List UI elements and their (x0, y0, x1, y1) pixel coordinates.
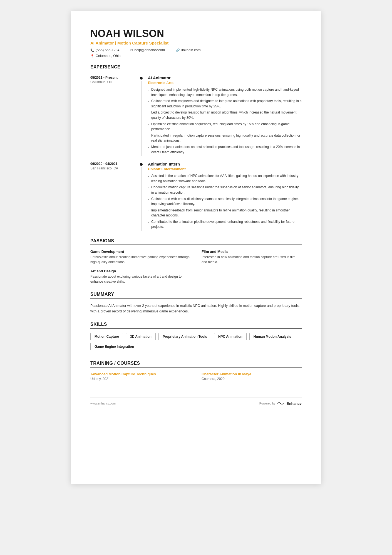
bullet-2-2: Conducted motion capture sessions under … (148, 185, 302, 195)
summary-text: Passionate AI Animator with over 2 years… (90, 303, 302, 314)
phone-icon: 📞 (90, 48, 94, 52)
bullet-2-1: Assisted in the creation of NPC animatio… (148, 173, 302, 184)
exp-date-col-1: 05/2021 - Present Columbus, OH (90, 76, 139, 156)
training-section-title: TRAINING / COURSES (90, 361, 302, 367)
passions-section-title: PASSIONS (90, 238, 302, 245)
skill-tag-4: NPC Animation (214, 333, 247, 340)
passion-title-3: Art and Design (90, 269, 190, 273)
bullet-1-5: Participated in regular motion capture s… (148, 133, 302, 143)
linkedin-contact[interactable]: 🔗 linkedin.com (176, 48, 200, 52)
skill-tag-2: 3D Animation (126, 333, 156, 340)
skill-tag-5: Human Motion Analysis (249, 333, 296, 340)
bullet-2-3: Collaborated with cross-disciplinary tea… (148, 196, 302, 207)
passion-desc-3: Passionate about exploring various facet… (90, 274, 190, 284)
skill-tag-6: Game Engine Integration (90, 343, 138, 350)
candidate-title: AI Animator | Motion Capture Specialist (90, 41, 302, 45)
bullet-2-5: Contributed to the animation pipeline de… (148, 219, 302, 230)
enhancv-logo-icon (277, 401, 285, 406)
exp-date-2: 06/2020 - 04/2021 (90, 162, 136, 166)
exp-dot-col-2 (139, 162, 143, 231)
exp-role-1: AI Animator (148, 76, 302, 80)
training-section: TRAINING / COURSES Advanced Motion Captu… (90, 361, 302, 381)
passions-grid: Game Development Enthusiastic about crea… (90, 250, 302, 284)
exp-company-2: Ubisoft Entertainment (148, 167, 302, 171)
location-text: Columbus, Ohio (96, 54, 121, 58)
passion-item-2: Film and Media Interested in how animati… (202, 250, 302, 265)
training-item-1: Advanced Motion Capture Techniques Udemy… (90, 372, 190, 381)
bullet-1-6: Mentored junior animators on best animat… (148, 144, 302, 155)
bullet-1-4: Optimized existing animation sequences, … (148, 122, 302, 132)
exp-role-2: Animation Intern (148, 162, 302, 166)
passion-title-1: Game Development (90, 250, 190, 254)
skills-grid: Motion Capture 3D Animation Proprietary … (90, 333, 302, 353)
location-icon: 📍 (90, 54, 94, 58)
header: NOAH WILSON AI Animator | Motion Capture… (90, 28, 302, 58)
experience-section-title: EXPERIENCE (90, 65, 302, 71)
exp-content-2: Animation Intern Ubisoft Entertainment A… (143, 162, 302, 231)
passion-title-2: Film and Media (202, 250, 302, 254)
exp-line-1 (141, 81, 142, 156)
location-row: 📍 Columbus, Ohio (90, 54, 302, 58)
passion-item-3: Art and Design Passionate about explorin… (90, 269, 190, 284)
candidate-name: NOAH WILSON (90, 28, 302, 40)
exp-location-2: San Francisco, CA (90, 166, 136, 170)
training-item-2: Character Animation in Maya Coursera, 20… (202, 372, 302, 381)
exp-dot-col-1 (139, 76, 143, 156)
exp-dot-2 (140, 163, 143, 166)
training-source-2: Coursera, 2020 (202, 377, 302, 381)
skill-tag-3: Proprietary Animation Tools (158, 333, 211, 340)
exp-company-1: Electronic Arts (148, 81, 302, 85)
bullet-1-2: Collaborated with engineers and designer… (148, 98, 302, 109)
contact-row: 📞 (555) 555-1234 ✉ help@enhancv.com 🔗 li… (90, 48, 302, 53)
exp-date-col-2: 06/2020 - 04/2021 San Francisco, CA (90, 162, 139, 231)
exp-date-1: 05/2021 - Present (90, 76, 136, 80)
exp-item-1: 05/2021 - Present Columbus, OH AI Animat… (90, 76, 302, 156)
skills-section: SKILLS Motion Capture 3D Animation Propr… (90, 322, 302, 353)
summary-section: SUMMARY Passionate AI Animator with over… (90, 292, 302, 314)
passion-desc-2: Interested in how animation and motion c… (202, 255, 302, 265)
linkedin-icon: 🔗 (176, 48, 180, 52)
phone-contact: 📞 (555) 555-1234 (90, 48, 119, 52)
passion-item-1: Game Development Enthusiastic about crea… (90, 250, 190, 265)
training-name-1: Advanced Motion Capture Techniques (90, 372, 190, 376)
exp-bullets-1: Designed and implemented high-fidelity N… (148, 87, 302, 155)
exp-dot-1 (140, 77, 143, 80)
summary-section-title: SUMMARY (90, 292, 302, 299)
powered-by-label: Powered by (259, 402, 276, 405)
footer-url: www.enhancv.com (90, 402, 116, 405)
skills-section-title: SKILLS (90, 322, 302, 329)
enhancv-brand-name: Enhancv (287, 401, 302, 406)
exp-item-2: 06/2020 - 04/2021 San Francisco, CA Anim… (90, 162, 302, 231)
training-name-2: Character Animation in Maya (202, 372, 302, 376)
exp-line-2 (141, 167, 142, 231)
passions-section: PASSIONS Game Development Enthusiastic a… (90, 238, 302, 284)
email-address: help@enhancv.com (134, 48, 165, 52)
phone-number: (555) 555-1234 (96, 48, 119, 52)
experience-section: EXPERIENCE 05/2021 - Present Columbus, O… (90, 65, 302, 231)
training-grid: Advanced Motion Capture Techniques Udemy… (90, 372, 302, 381)
training-source-1: Udemy, 2021 (90, 377, 190, 381)
bullet-1-1: Designed and implemented high-fidelity N… (148, 87, 302, 97)
exp-content-1: AI Animator Electronic Arts Designed and… (143, 76, 302, 156)
exp-bullets-2: Assisted in the creation of NPC animatio… (148, 173, 302, 230)
bullet-1-3: Led a project to develop realistic human… (148, 110, 302, 120)
exp-location-1: Columbus, OH (90, 80, 136, 84)
email-icon: ✉ (130, 48, 133, 52)
footer-powered-by: Powered by Enhancv (259, 401, 302, 406)
bullet-2-4: Implemented feedback from senior animato… (148, 208, 302, 218)
linkedin-url: linkedin.com (181, 48, 200, 52)
email-contact: ✉ help@enhancv.com (130, 48, 165, 52)
page-footer: www.enhancv.com Powered by Enhancv (90, 398, 302, 406)
passion-desc-1: Enthusiastic about creating immersive ga… (90, 255, 190, 265)
skill-tag-1: Motion Capture (90, 333, 123, 340)
resume-page: NOAH WILSON AI Animator | Motion Capture… (71, 11, 321, 484)
